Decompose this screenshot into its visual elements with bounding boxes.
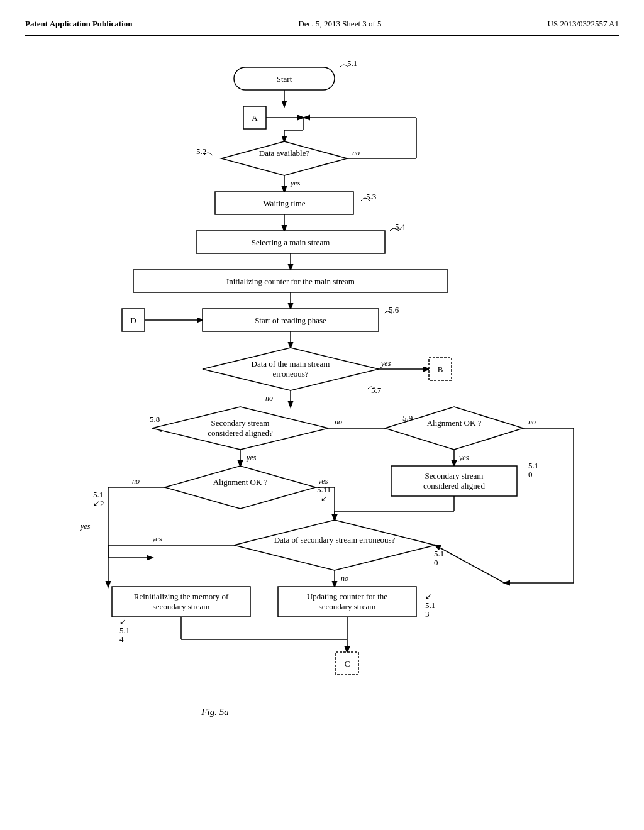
no-sec-aligned: no [335, 418, 342, 426]
label-510: 5.1 [528, 461, 538, 470]
yes-data-avail: yes [290, 179, 301, 187]
start-label: Start [277, 74, 292, 84]
sec-considered-aligned-label2: considered aligned [423, 481, 485, 490]
data-main-error-label2: erroneous? [272, 369, 308, 379]
label-52: 5.2 [196, 147, 206, 156]
sec-considered-aligned-label1: Secondary stream [425, 471, 484, 480]
header-patent-number: US 2013/0322557 A1 [548, 19, 619, 29]
no-align-ok-left: no [132, 477, 140, 485]
no-data-avail: no [352, 148, 360, 157]
updating-counter-label1: Updating counter for the [307, 592, 387, 601]
label-513b: 5.1 [425, 600, 435, 610]
sec-aligned-q-label2: considered aligned? [208, 428, 273, 438]
no-main-error: no [265, 394, 273, 402]
label-510b: 0 [528, 470, 533, 479]
diagram-area: Start 5.1 A Data available? 5.2 [25, 48, 619, 784]
yes-align-ok-right: yes [458, 453, 469, 462]
updating-counter-label2: secondary stream [319, 602, 376, 611]
label-513c: 3 [425, 609, 430, 619]
page-header: Patent Application Publication Dec. 5, 2… [25, 19, 619, 36]
sec-aligned-q-label1: Secondary stream [211, 418, 270, 428]
label-54: 5.4 [395, 222, 406, 231]
label-510c: 5.1 [434, 549, 444, 558]
page: Patent Application Publication Dec. 5, 2… [0, 0, 644, 830]
label-51: 5.1 [347, 58, 357, 68]
label-511b: ↙ [321, 494, 328, 503]
reinit-memory-label2: secondary stream [153, 602, 210, 611]
c-box-label: C [345, 659, 350, 668]
yes-align-ok-left: yes [318, 477, 328, 485]
yes-main-error: yes [380, 359, 391, 368]
svg-marker-7 [221, 141, 347, 175]
waiting-time-label: Waiting time [263, 199, 305, 208]
no-align-ok-right: no [528, 418, 536, 426]
label-514a: ↙ [119, 617, 126, 626]
align-ok-left-label: Alignment OK ? [213, 477, 268, 487]
yes-left-side: yes [80, 522, 91, 531]
selecting-main-label: Selecting a main stream [252, 238, 330, 247]
label-514b: 5.1 [119, 626, 130, 635]
label-512: 5.1 [93, 490, 103, 499]
label-53: 5.3 [366, 192, 376, 201]
yes-sec-error: yes [152, 534, 162, 543]
d-box-label: D [130, 316, 136, 325]
label-58: 5.8 [150, 414, 160, 424]
label-510d: 0 [434, 558, 438, 567]
svg-line-55 [435, 545, 504, 583]
label-511: 5.11 [317, 485, 331, 494]
reinit-memory-label1: Reinitializing the memory of [134, 592, 229, 601]
svg-marker-38 [165, 466, 316, 509]
label-514c: 4 [119, 634, 124, 644]
fig-label: Fig. 5a [201, 707, 228, 717]
start-reading-label: Start of reading phase [255, 316, 326, 325]
align-ok-right-label: Alignment OK ? [427, 418, 482, 428]
label-56: 5.6 [389, 305, 399, 314]
data-sec-error-label: Data of secondary stream erroneous? [274, 535, 396, 545]
data-main-error-label1: Data of the main stream [252, 359, 330, 368]
a-box-label: A [252, 113, 258, 123]
yes-sec-aligned: yes [246, 453, 257, 462]
header-date-sheet: Dec. 5, 2013 Sheet 3 of 5 [298, 19, 381, 29]
init-counter-main-label: Initializing counter for the main stream [226, 277, 355, 286]
label-513a: ↙ [425, 592, 432, 601]
data-available-label: Data available? [259, 148, 310, 158]
header-publication: Patent Application Publication [25, 19, 132, 29]
b-box-label: B [438, 365, 443, 374]
svg-marker-44 [234, 520, 435, 570]
label-512b: ↙2 [93, 499, 104, 508]
no-sec-error: no [341, 574, 348, 583]
